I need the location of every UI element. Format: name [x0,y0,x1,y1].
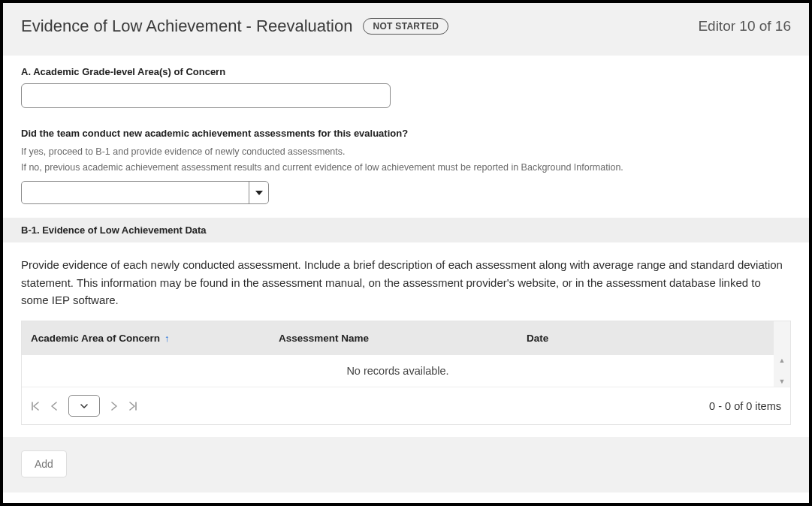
scroll-down-icon[interactable]: ▼ [779,378,786,385]
table-header-row: Academic Area of Concern ↑ Assessment Na… [22,321,790,355]
validity-label: Provide a validity statement and testing… [21,503,791,506]
table-body: No records available. ▲ ▼ [22,355,790,387]
help-text-no: If no, previous academic achievement ass… [21,161,791,174]
scroll-up-icon[interactable]: ▲ [779,357,786,364]
section-b-info: Provide evidence of each newly conducted… [3,242,809,321]
select-dropdown-button[interactable] [249,182,268,203]
add-bar: Add [3,437,809,492]
areas-of-concern-input[interactable] [21,83,391,108]
editor-counter: Editor 10 of 16 [698,18,791,35]
section-a-label: A. Academic Grade-level Area(s) of Conce… [21,66,791,77]
page-size-select[interactable] [68,395,100,417]
prev-page-icon [50,402,58,411]
column-header-date[interactable]: Date [518,321,774,355]
pager-last-button[interactable] [128,402,137,411]
status-badge: NOT STARTED [363,18,448,35]
assessment-question-block: Did the team conduct new academic achiev… [21,128,791,204]
pager-first-button[interactable] [31,402,40,411]
assessment-question-select[interactable] [21,181,269,204]
table-scroll-gutter-header [774,321,790,355]
section-a: A. Academic Grade-level Area(s) of Conce… [3,56,809,218]
pager-controls [31,395,137,417]
header-left: Evidence of Low Achievement - Reevaluati… [21,17,448,36]
next-page-icon [110,402,118,411]
section-b-heading: B-1. Evidence of Low Achievement Data [3,218,809,242]
chevron-down-icon [80,404,88,408]
first-page-icon [31,402,40,411]
chevron-down-icon [255,191,263,195]
pager-prev-button[interactable] [50,402,58,411]
page-header: Evidence of Low Achievement - Reevaluati… [3,3,809,56]
page-title: Evidence of Low Achievement - Reevaluati… [21,17,352,36]
pager-next-button[interactable] [110,402,118,411]
assessment-question-label: Did the team conduct new academic achiev… [21,128,791,139]
last-page-icon [128,402,137,411]
table-empty-message: No records available. [22,355,774,387]
pager-info: 0 - 0 of 0 items [709,400,781,412]
column-header-area[interactable]: Academic Area of Concern ↑ [22,321,270,355]
help-text-yes: If yes, proceed to B-1 and provide evide… [21,145,791,158]
table-scroll-gutter[interactable]: ▲ ▼ [774,355,790,387]
column-header-area-label: Academic Area of Concern [31,333,160,344]
validity-section: Provide a validity statement and testing… [3,492,809,506]
sort-asc-icon: ↑ [165,333,170,344]
add-button[interactable]: Add [21,450,67,477]
evidence-table: Academic Area of Concern ↑ Assessment Na… [21,321,791,425]
column-header-assessment[interactable]: Assessment Name [270,321,518,355]
table-pager: 0 - 0 of 0 items [22,387,790,424]
